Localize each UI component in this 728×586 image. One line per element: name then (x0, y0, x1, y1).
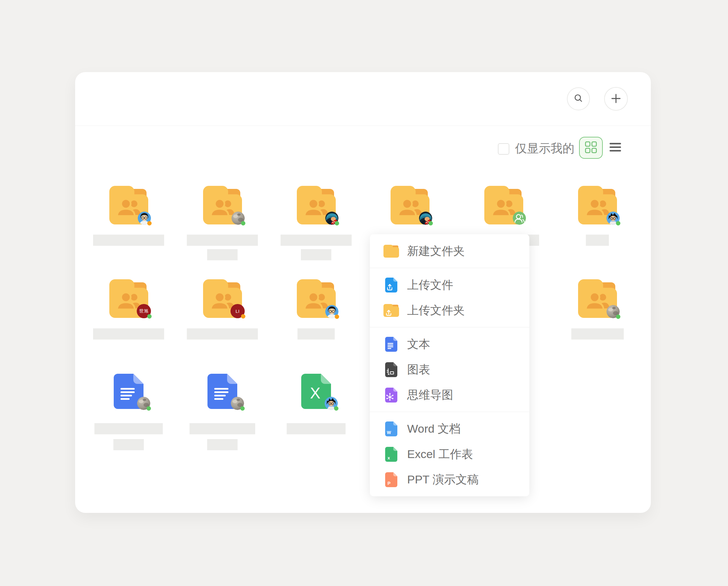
add-button[interactable] (604, 87, 628, 111)
svg-text:X: X (310, 384, 321, 402)
filename-skeleton (586, 235, 609, 246)
menu-section: WWord 文档 xExcel 工作表 PPPT 演示文稿 (370, 412, 529, 496)
excel-doc-icon: x (383, 447, 399, 462)
filename-skeleton (281, 235, 352, 246)
status-dot (241, 221, 245, 225)
menu-item-label: Word 文档 (407, 421, 461, 437)
filename-skeleton (207, 249, 238, 260)
menu-item-label: 新建文件夹 (407, 243, 465, 259)
menu-item-label: 思维导图 (407, 387, 453, 403)
menu-item-chart-doc[interactable]: 图表 (370, 357, 529, 382)
filename-skeleton (301, 249, 331, 260)
text-doc-icon (383, 337, 399, 352)
menu-section: 新建文件夹 (370, 234, 529, 268)
status-dot (335, 314, 339, 319)
menu-item-label: 文本 (407, 337, 430, 352)
status-dot (428, 221, 433, 225)
menu-section: 上传文件 上传文件夹 (370, 268, 529, 327)
menu-item-upload-folder[interactable]: 上传文件夹 (370, 298, 529, 323)
group-badge (513, 212, 526, 225)
status-dot (334, 406, 338, 411)
page-background: 仅显示我的 (0, 0, 728, 586)
menu-item-upload-file[interactable]: 上传文件 (370, 272, 529, 298)
filename-skeleton (187, 328, 258, 340)
search-button[interactable] (567, 87, 590, 110)
svg-text:W: W (387, 430, 391, 435)
filename-skeleton (190, 423, 255, 434)
status-dot (147, 314, 152, 319)
filename-skeleton (113, 439, 144, 450)
chart-doc-icon (383, 362, 399, 377)
app-card: 仅显示我的 (75, 72, 651, 513)
grid-view-button[interactable] (579, 137, 603, 159)
filename-skeleton (297, 328, 335, 340)
menu-item-mindmap-doc[interactable]: 思维导图 (370, 382, 529, 408)
menu-item-label: 上传文件 (407, 277, 453, 293)
mindmap-doc-icon (383, 388, 399, 403)
status-dot (241, 314, 245, 319)
status-dot (147, 406, 151, 411)
svg-text:P: P (388, 481, 391, 486)
filename-skeleton (287, 423, 346, 434)
menu-item-label: 图表 (407, 362, 430, 377)
filter-checkbox[interactable] (498, 143, 509, 155)
menu-item-text-doc[interactable]: 文本 (370, 331, 529, 357)
status-dot (616, 221, 620, 225)
create-menu: 新建文件夹 上传文件 上传文件夹 文本 图表 思维导图 WWord 文档 xEx… (370, 234, 529, 496)
word-doc-icon: W (383, 421, 399, 436)
status-dot (335, 221, 339, 225)
menu-item-excel-doc[interactable]: xExcel 工作表 (370, 441, 529, 467)
menu-item-label: Excel 工作表 (407, 447, 473, 462)
search-icon (573, 93, 584, 105)
filename-skeleton (571, 328, 624, 340)
menu-item-ppt-doc[interactable]: PPPT 演示文稿 (370, 467, 529, 492)
filename-skeleton (187, 235, 258, 246)
ppt-doc-icon: P (383, 472, 399, 487)
svg-text:x: x (388, 455, 390, 460)
header (75, 72, 651, 126)
list-view-button[interactable] (609, 141, 622, 154)
upload-folder-icon (383, 304, 399, 317)
filter-label: 仅显示我的 (515, 142, 574, 155)
menu-item-folder[interactable]: 新建文件夹 (370, 238, 529, 264)
menu-item-label: 上传文件夹 (407, 303, 465, 318)
menu-item-label: PPT 演示文稿 (407, 472, 479, 487)
menu-section: 文本 图表 思维导图 (370, 327, 529, 412)
plus-icon (610, 92, 622, 106)
upload-file-icon (383, 278, 399, 292)
grid-view-icon (584, 140, 598, 155)
filename-skeleton (93, 235, 164, 246)
filename-skeleton (207, 439, 238, 450)
status-dot (240, 406, 245, 411)
filename-skeleton (94, 423, 163, 434)
list-view-icon (610, 142, 621, 153)
status-dot (147, 221, 152, 225)
status-dot (616, 314, 620, 319)
filename-skeleton (93, 328, 164, 340)
folder-icon (383, 245, 399, 258)
menu-item-word-doc[interactable]: WWord 文档 (370, 416, 529, 441)
